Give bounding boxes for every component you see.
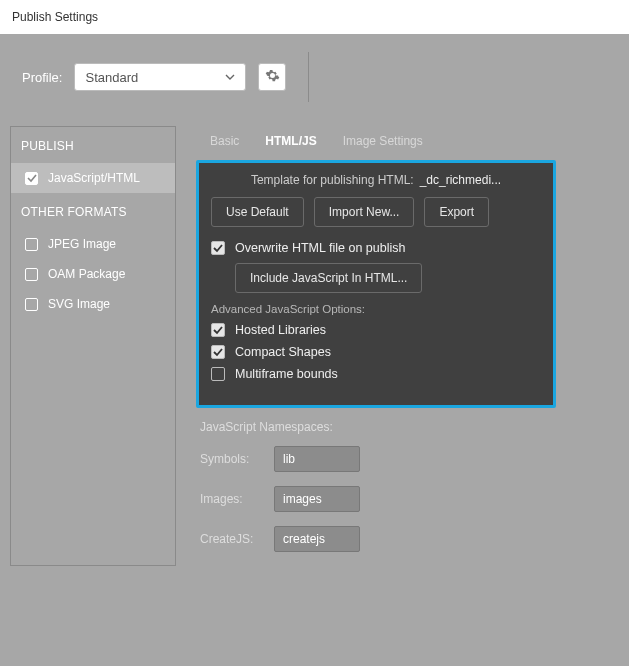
ns-row-symbols: Symbols:	[200, 446, 552, 472]
include-js-row: Include JavaScript In HTML...	[235, 263, 541, 293]
include-js-button[interactable]: Include JavaScript In HTML...	[235, 263, 422, 293]
advanced-js-heading: Advanced JavaScript Options:	[211, 303, 541, 315]
htmljs-panel: Template for publishing HTML: _dc_richme…	[196, 160, 556, 408]
sidebar-head-publish: PUBLISH	[11, 127, 175, 163]
compact-row: Compact Shapes	[211, 345, 541, 359]
checkbox-unchecked-icon[interactable]	[25, 238, 38, 251]
multiframe-row: Multiframe bounds	[211, 367, 541, 381]
profile-row: Profile: Standard	[0, 34, 629, 126]
template-buttons: Use Default Import New... Export	[211, 197, 541, 227]
sidebar: PUBLISH JavaScript/HTML OTHER FORMATS JP…	[10, 126, 176, 566]
checkbox-unchecked-icon[interactable]	[25, 298, 38, 311]
multiframe-label: Multiframe bounds	[235, 367, 338, 381]
hosted-label: Hosted Libraries	[235, 323, 326, 337]
images-input[interactable]	[274, 486, 360, 512]
chevron-down-icon	[225, 70, 235, 85]
gear-icon	[265, 68, 280, 87]
sidebar-item-javascript-html[interactable]: JavaScript/HTML	[11, 163, 175, 193]
import-new-button[interactable]: Import New...	[314, 197, 415, 227]
export-button[interactable]: Export	[424, 197, 489, 227]
window-title: Publish Settings	[12, 10, 98, 24]
hosted-checkbox[interactable]	[211, 323, 225, 337]
symbols-input[interactable]	[274, 446, 360, 472]
main-area: PUBLISH JavaScript/HTML OTHER FORMATS JP…	[0, 126, 629, 566]
multiframe-checkbox[interactable]	[211, 367, 225, 381]
sidebar-item-svg[interactable]: SVG Image	[11, 289, 175, 319]
symbols-label: Symbols:	[200, 452, 256, 466]
images-label: Images:	[200, 492, 256, 506]
sidebar-item-label: JPEG Image	[48, 237, 116, 251]
titlebar: Publish Settings	[0, 0, 629, 34]
checkbox-checked-icon[interactable]	[25, 172, 38, 185]
ns-row-images: Images:	[200, 486, 552, 512]
createjs-label: CreateJS:	[200, 532, 256, 546]
sidebar-item-oam[interactable]: OAM Package	[11, 259, 175, 289]
publish-settings-dialog: Publish Settings Profile: Standard PUBLI…	[0, 0, 629, 666]
createjs-input[interactable]	[274, 526, 360, 552]
sidebar-head-other: OTHER FORMATS	[11, 193, 175, 229]
tab-basic[interactable]: Basic	[210, 134, 239, 148]
tab-htmljs[interactable]: HTML/JS	[265, 134, 316, 148]
profile-label: Profile:	[22, 70, 62, 85]
sidebar-item-label: SVG Image	[48, 297, 110, 311]
overwrite-checkbox[interactable]	[211, 241, 225, 255]
content-pane: Basic HTML/JS Image Settings Template fo…	[176, 126, 619, 566]
tab-image-settings[interactable]: Image Settings	[343, 134, 423, 148]
overwrite-label: Overwrite HTML file on publish	[235, 241, 405, 255]
namespaces-heading: JavaScript Namespaces:	[200, 420, 552, 434]
sidebar-item-label: JavaScript/HTML	[48, 171, 140, 185]
hosted-row: Hosted Libraries	[211, 323, 541, 337]
template-value: _dc_richmedi...	[420, 173, 501, 187]
template-row: Template for publishing HTML: _dc_richme…	[211, 173, 541, 187]
sidebar-item-jpeg[interactable]: JPEG Image	[11, 229, 175, 259]
overwrite-row: Overwrite HTML file on publish	[211, 241, 541, 255]
divider	[308, 52, 309, 102]
profile-value: Standard	[85, 70, 138, 85]
use-default-button[interactable]: Use Default	[211, 197, 304, 227]
tabs: Basic HTML/JS Image Settings	[196, 126, 619, 160]
checkbox-unchecked-icon[interactable]	[25, 268, 38, 281]
namespaces-block: JavaScript Namespaces: Symbols: Images: …	[196, 420, 556, 552]
profile-select[interactable]: Standard	[74, 63, 246, 91]
sidebar-item-label: OAM Package	[48, 267, 125, 281]
template-label: Template for publishing HTML:	[251, 173, 414, 187]
compact-checkbox[interactable]	[211, 345, 225, 359]
ns-row-createjs: CreateJS:	[200, 526, 552, 552]
compact-label: Compact Shapes	[235, 345, 331, 359]
close-icon[interactable]	[605, 7, 617, 27]
profile-settings-button[interactable]	[258, 63, 286, 91]
